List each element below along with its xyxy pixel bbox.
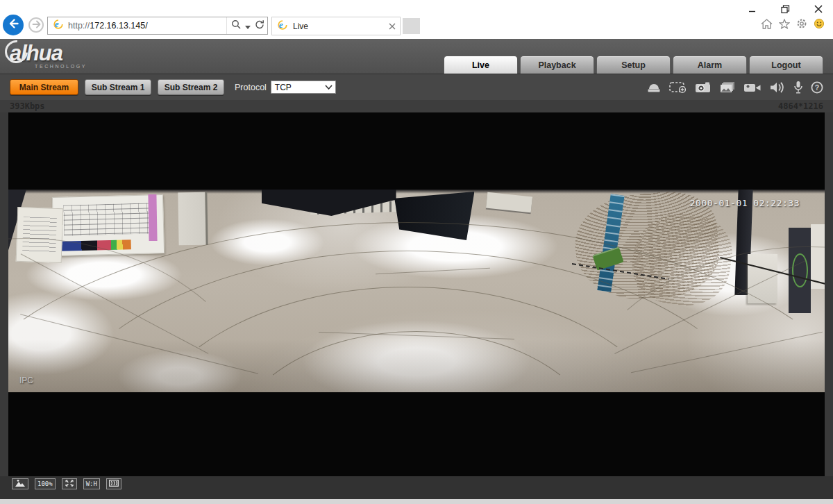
select-caret-icon xyxy=(325,85,333,90)
aspect-ratio-button[interactable]: W:H xyxy=(83,478,100,489)
home-icon[interactable] xyxy=(761,19,773,29)
resolution-value: 4864*1216 xyxy=(778,101,823,111)
ie-logo-icon: e xyxy=(52,19,65,33)
protocol-select[interactable]: TCP xyxy=(271,81,336,94)
tab-playback[interactable]: Playback xyxy=(520,56,594,74)
svg-text:?: ? xyxy=(815,83,819,91)
back-icon xyxy=(8,18,19,32)
pano-floor-line xyxy=(229,331,605,392)
ie-logo-icon: e xyxy=(276,19,289,33)
pano-shape xyxy=(486,192,532,213)
tab-logout[interactable]: Logout xyxy=(749,56,823,74)
protocol-label: Protocol xyxy=(235,83,267,92)
fullscreen-icon xyxy=(65,480,74,488)
tab-close-icon[interactable] xyxy=(389,20,396,33)
video-footer: 100% W:H xyxy=(0,476,833,504)
snapshot-icon[interactable] xyxy=(695,81,712,94)
address-bar-tools xyxy=(226,17,264,34)
new-tab-button[interactable] xyxy=(403,18,420,34)
protocol-value: TCP xyxy=(275,83,292,92)
url-text[interactable]: http://172.16.13.145/ xyxy=(68,21,226,31)
minimize-button[interactable] xyxy=(744,3,759,15)
tab-title: Live xyxy=(293,22,389,31)
back-button[interactable] xyxy=(3,15,24,35)
svg-text:e: e xyxy=(55,19,59,29)
status-bar: 393Kbps 4864*1216 xyxy=(0,100,833,112)
favorites-star-icon[interactable] xyxy=(779,19,790,29)
stream-toolbar: Main Stream Sub Stream 1 Sub Stream 2 Pr… xyxy=(0,74,833,100)
forward-button[interactable] xyxy=(28,17,44,33)
help-icon[interactable]: ? xyxy=(811,81,823,94)
tab-setup[interactable]: Setup xyxy=(596,56,671,74)
app-header: aalhualhua TECHNOLOGY Live Playback Setu… xyxy=(0,39,833,74)
audio-icon[interactable] xyxy=(769,81,786,94)
tab-live[interactable]: Live xyxy=(444,56,518,74)
sub-stream-2-button[interactable]: Sub Stream 2 xyxy=(158,79,224,95)
forward-icon xyxy=(32,19,41,31)
alarm-output-icon[interactable] xyxy=(646,81,662,94)
video-stage: 2000-01-01 02:22:33 IPC xyxy=(0,112,833,476)
image-adjust-button[interactable] xyxy=(12,478,28,489)
pano-door xyxy=(178,192,208,246)
function-icons: ? xyxy=(646,81,823,94)
fluency-icon xyxy=(109,480,119,488)
talk-icon[interactable] xyxy=(793,81,803,94)
view-toolbar: 100% W:H xyxy=(12,478,121,489)
logo-text: aalhualhua xyxy=(10,41,87,66)
restore-button[interactable] xyxy=(777,3,793,15)
window-controls xyxy=(744,3,826,15)
sub-stream-1-button[interactable]: Sub Stream 1 xyxy=(85,79,151,95)
tab-alarm[interactable]: Alarm xyxy=(673,56,747,74)
page-bottom-strip xyxy=(0,499,833,504)
osd-timestamp: 2000-01-01 02:22:33 xyxy=(690,198,800,208)
dahua-logo: aalhualhua TECHNOLOGY xyxy=(10,41,87,69)
video-letterbox: 2000-01-01 02:22:33 IPC xyxy=(8,112,825,476)
close-icon[interactable] xyxy=(811,3,826,15)
live-video[interactable]: 2000-01-01 02:22:33 IPC xyxy=(8,190,825,392)
main-nav: Live Playback Setup Alarm Logout xyxy=(444,56,823,74)
svg-text:e: e xyxy=(279,19,283,30)
digital-zoom-icon[interactable] xyxy=(669,81,687,94)
image-adjust-icon xyxy=(15,479,26,489)
browser-tab[interactable]: e Live xyxy=(271,17,401,35)
main-stream-button[interactable]: Main Stream xyxy=(10,79,78,95)
browser-chrome: e http://172.16.13.145/ e Live xyxy=(0,0,833,39)
settings-gear-icon[interactable] xyxy=(796,18,807,29)
logo-subtext: TECHNOLOGY xyxy=(35,64,87,69)
browser-action-icons xyxy=(761,18,825,29)
triple-snapshot-icon[interactable] xyxy=(719,81,736,94)
original-size-button[interactable]: 100% xyxy=(35,478,56,489)
address-bar[interactable]: e http://172.16.13.145/ xyxy=(47,17,268,35)
smiley-icon[interactable] xyxy=(814,18,825,29)
search-icon[interactable] xyxy=(231,19,241,32)
record-icon[interactable] xyxy=(743,81,762,94)
fullscreen-button[interactable] xyxy=(62,478,77,489)
pano-shape xyxy=(149,194,158,241)
refresh-icon[interactable] xyxy=(255,19,264,32)
chevron-down-icon[interactable] xyxy=(245,19,251,32)
osd-channel-label: IPC xyxy=(19,376,33,385)
fluency-button[interactable] xyxy=(106,478,121,489)
bitrate-value: 393Kbps xyxy=(10,101,45,111)
